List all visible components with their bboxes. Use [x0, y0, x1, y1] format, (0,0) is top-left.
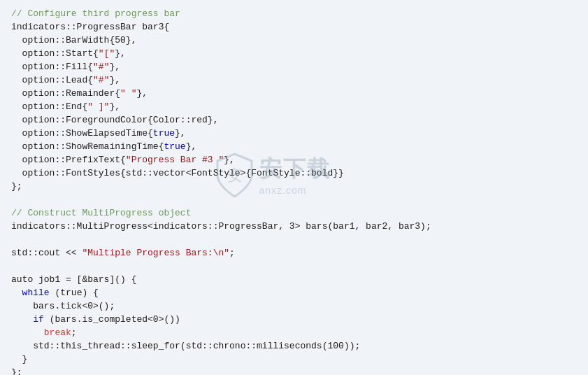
code-line: option::ForegroundColor{Color::red},	[0, 113, 588, 127]
code-token: option::Start{	[11, 47, 99, 60]
code-token: option::ShowElapsedTime{	[11, 127, 153, 140]
code-token: option::BarWidth{50},	[11, 34, 136, 47]
code-token: bars.tick<0>();	[11, 299, 115, 313]
code-token: (true) {	[50, 286, 99, 299]
code-token	[11, 326, 44, 339]
code-line: option::Fill{"#"},	[0, 60, 588, 73]
code-line: option::Lead{"#"},	[0, 73, 588, 87]
code-token: if	[33, 313, 44, 326]
code-token: (bars.is_completed<0>())	[44, 313, 180, 326]
code-line: // Configure third progress bar	[0, 7, 588, 20]
code-token: },	[109, 60, 120, 73]
code-token: option::End{	[11, 100, 87, 113]
code-token: "#"	[93, 60, 109, 73]
code-line: option::BarWidth{50},	[0, 34, 588, 47]
code-line: auto job1 = [&bars]() {	[0, 273, 588, 286]
code-token: "#"	[93, 73, 109, 87]
code-line: if (bars.is_completed<0>())	[0, 313, 588, 326]
code-token: " "	[120, 87, 136, 100]
code-token: true	[153, 127, 175, 140]
code-token: auto job1 = [&bars]() {	[11, 273, 136, 286]
code-token: break	[44, 326, 71, 339]
code-token: " ]"	[87, 100, 109, 113]
code-token: },	[224, 153, 235, 167]
code-line: indicators::ProgressBar bar3{	[0, 20, 588, 34]
code-line: option::Remainder{" "},	[0, 87, 588, 100]
code-token: indicators::ProgressBar bar3{	[11, 20, 169, 34]
code-token	[11, 286, 22, 299]
code-line: option::ShowRemainingTime{true},	[0, 140, 588, 153]
code-token: std::cout <<	[11, 246, 82, 260]
code-token: option::Fill{	[11, 60, 93, 73]
code-token: };	[11, 366, 22, 375]
code-token	[11, 313, 33, 326]
code-line	[0, 193, 588, 206]
code-token: },	[109, 73, 120, 87]
code-line	[0, 260, 588, 273]
code-token: "["	[99, 47, 115, 60]
code-line: std::this_thread::sleep_for(std::chrono:…	[0, 339, 588, 353]
code-line: option::Start{"["},	[0, 47, 588, 60]
code-token: }	[11, 353, 27, 366]
code-token: };	[11, 180, 22, 193]
code-line: indicators::MultiProgress<indicators::Pr…	[0, 220, 588, 233]
code-token: // Construct MultiProgress object	[11, 206, 191, 220]
code-token: },	[136, 87, 148, 100]
code-token: indicators::MultiProgress<indicators::Pr…	[11, 220, 431, 233]
code-token: },	[186, 140, 197, 153]
code-line: option::ShowElapsedTime{true},	[0, 127, 588, 140]
code-token: },	[175, 127, 186, 140]
code-line: break;	[0, 326, 588, 339]
code-token: true	[164, 140, 185, 153]
code-token: "Multiple Progress Bars:\n"	[82, 246, 229, 260]
code-line: };	[0, 366, 588, 375]
code-line	[0, 233, 588, 246]
code-token: option::ForegroundColor{Color::red},	[11, 113, 218, 127]
code-token: ;	[71, 326, 77, 339]
code-token: "Progress Bar #3 "	[126, 153, 224, 167]
code-token: },	[115, 47, 126, 60]
code-token: option::Remainder{	[11, 87, 120, 100]
code-token: option::PrefixText{	[11, 153, 126, 167]
code-token: while	[22, 286, 50, 299]
code-token: option::FontStyles{std::vector<FontStyle…	[11, 167, 344, 180]
code-line: }	[0, 353, 588, 366]
code-token: option::ShowRemainingTime{	[11, 140, 164, 153]
code-token: // Configure third progress bar	[11, 7, 180, 20]
code-lines: // Configure third progress barindicator…	[0, 7, 588, 375]
code-line: // Construct MultiProgress object	[0, 206, 588, 220]
code-container: // Configure third progress barindicator…	[0, 0, 588, 375]
code-line: bars.tick<0>();	[0, 299, 588, 313]
code-token: std::this_thread::sleep_for(std::chrono:…	[11, 339, 360, 353]
code-line: option::PrefixText{"Progress Bar #3 "},	[0, 153, 588, 167]
code-line: while (true) {	[0, 286, 588, 299]
code-token: ;	[229, 246, 235, 260]
code-line: };	[0, 180, 588, 193]
code-line: std::cout << "Multiple Progress Bars:\n"…	[0, 246, 588, 260]
code-token: option::Lead{	[11, 73, 93, 87]
code-line: option::End{" ]"},	[0, 100, 588, 113]
code-token: },	[109, 100, 120, 113]
code-line: option::FontStyles{std::vector<FontStyle…	[0, 167, 588, 180]
